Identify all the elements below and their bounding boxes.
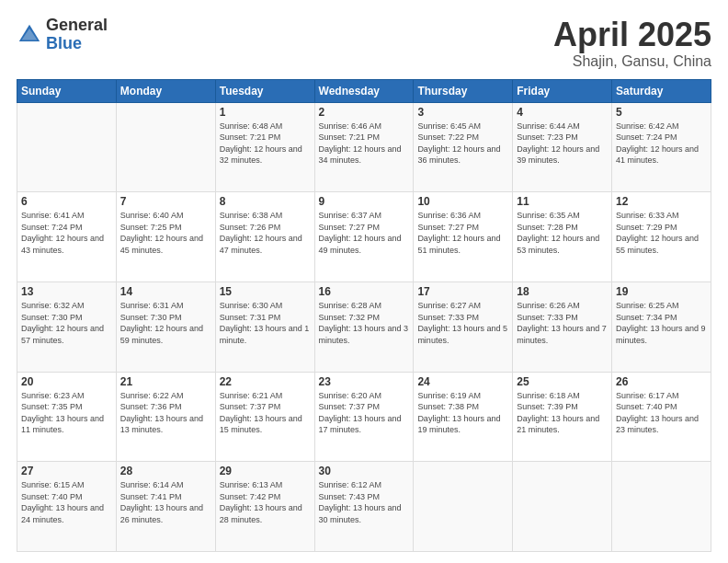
- logo-general-text: General: [46, 17, 108, 35]
- day-info: Sunrise: 6:32 AM Sunset: 7:30 PM Dayligh…: [21, 300, 112, 346]
- calendar-cell: 7Sunrise: 6:40 AM Sunset: 7:25 PM Daylig…: [116, 192, 215, 282]
- calendar-cell: 30Sunrise: 6:12 AM Sunset: 7:43 PM Dayli…: [314, 462, 414, 552]
- day-info: Sunrise: 6:37 AM Sunset: 7:27 PM Dayligh…: [319, 210, 410, 256]
- calendar-cell: 11Sunrise: 6:35 AM Sunset: 7:28 PM Dayli…: [513, 192, 612, 282]
- logo-icon: [17, 22, 42, 48]
- day-number: 9: [319, 195, 410, 208]
- calendar-cell: 8Sunrise: 6:38 AM Sunset: 7:26 PM Daylig…: [215, 192, 314, 282]
- day-info: Sunrise: 6:41 AM Sunset: 7:24 PM Dayligh…: [21, 210, 112, 256]
- day-number: 15: [220, 285, 311, 298]
- day-number: 20: [21, 375, 112, 388]
- calendar-cell: 3Sunrise: 6:45 AM Sunset: 7:22 PM Daylig…: [414, 102, 513, 192]
- calendar-cell: 20Sunrise: 6:23 AM Sunset: 7:35 PM Dayli…: [17, 372, 117, 462]
- calendar-cell: [612, 462, 711, 552]
- day-info: Sunrise: 6:38 AM Sunset: 7:26 PM Dayligh…: [220, 210, 311, 256]
- day-number: 5: [616, 106, 707, 119]
- day-number: 8: [220, 195, 311, 208]
- day-number: 23: [319, 375, 410, 388]
- day-number: 4: [517, 106, 608, 119]
- day-info: Sunrise: 6:18 AM Sunset: 7:39 PM Dayligh…: [517, 390, 608, 436]
- calendar-cell: 23Sunrise: 6:20 AM Sunset: 7:37 PM Dayli…: [314, 372, 414, 462]
- day-info: Sunrise: 6:36 AM Sunset: 7:27 PM Dayligh…: [417, 210, 508, 256]
- day-number: 25: [517, 375, 608, 388]
- calendar-row-5: 27Sunrise: 6:15 AM Sunset: 7:40 PM Dayli…: [17, 462, 711, 552]
- day-number: 11: [517, 195, 608, 208]
- day-number: 16: [319, 285, 410, 298]
- day-info: Sunrise: 6:25 AM Sunset: 7:34 PM Dayligh…: [616, 300, 707, 346]
- calendar-cell: [116, 102, 215, 192]
- day-number: 30: [319, 465, 410, 477]
- title-block: April 2025 Shajin, Gansu, China: [553, 17, 711, 70]
- calendar-cell: 16Sunrise: 6:28 AM Sunset: 7:32 PM Dayli…: [314, 282, 414, 372]
- day-number: 26: [616, 375, 707, 388]
- day-info: Sunrise: 6:12 AM Sunset: 7:43 PM Dayligh…: [319, 479, 410, 525]
- calendar-table: Sunday Monday Tuesday Wednesday Thursday…: [17, 79, 711, 552]
- day-info: Sunrise: 6:45 AM Sunset: 7:22 PM Dayligh…: [417, 121, 508, 167]
- calendar-cell: [17, 102, 117, 192]
- day-number: 18: [517, 285, 608, 298]
- calendar-row-4: 20Sunrise: 6:23 AM Sunset: 7:35 PM Dayli…: [17, 372, 711, 462]
- day-number: 24: [417, 375, 508, 388]
- day-info: Sunrise: 6:15 AM Sunset: 7:40 PM Dayligh…: [21, 479, 112, 525]
- calendar-cell: 6Sunrise: 6:41 AM Sunset: 7:24 PM Daylig…: [17, 192, 117, 282]
- calendar-cell: 18Sunrise: 6:26 AM Sunset: 7:33 PM Dayli…: [513, 282, 612, 372]
- header-friday: Friday: [513, 79, 612, 102]
- calendar-cell: 25Sunrise: 6:18 AM Sunset: 7:39 PM Dayli…: [513, 372, 612, 462]
- day-info: Sunrise: 6:31 AM Sunset: 7:30 PM Dayligh…: [120, 300, 211, 346]
- calendar-cell: 12Sunrise: 6:33 AM Sunset: 7:29 PM Dayli…: [612, 192, 711, 282]
- calendar-cell: 10Sunrise: 6:36 AM Sunset: 7:27 PM Dayli…: [414, 192, 513, 282]
- day-number: 6: [21, 195, 112, 208]
- day-number: 14: [120, 285, 211, 298]
- day-info: Sunrise: 6:23 AM Sunset: 7:35 PM Dayligh…: [21, 390, 112, 436]
- calendar-cell: 5Sunrise: 6:42 AM Sunset: 7:24 PM Daylig…: [612, 102, 711, 192]
- day-info: Sunrise: 6:14 AM Sunset: 7:41 PM Dayligh…: [120, 479, 211, 525]
- month-title: April 2025: [553, 17, 711, 53]
- day-info: Sunrise: 6:26 AM Sunset: 7:33 PM Dayligh…: [517, 300, 608, 346]
- calendar-cell: 27Sunrise: 6:15 AM Sunset: 7:40 PM Dayli…: [17, 462, 117, 552]
- day-number: 17: [417, 285, 508, 298]
- header-thursday: Thursday: [414, 79, 513, 102]
- page: General Blue April 2025 Shajin, Gansu, C…: [0, 0, 728, 563]
- calendar-cell: 17Sunrise: 6:27 AM Sunset: 7:33 PM Dayli…: [414, 282, 513, 372]
- calendar-cell: 2Sunrise: 6:46 AM Sunset: 7:21 PM Daylig…: [314, 102, 414, 192]
- day-info: Sunrise: 6:40 AM Sunset: 7:25 PM Dayligh…: [120, 210, 211, 256]
- day-info: Sunrise: 6:17 AM Sunset: 7:40 PM Dayligh…: [616, 390, 707, 436]
- day-number: 28: [120, 465, 211, 477]
- day-number: 21: [120, 375, 211, 388]
- day-number: 22: [220, 375, 311, 388]
- day-info: Sunrise: 6:46 AM Sunset: 7:21 PM Dayligh…: [319, 121, 410, 167]
- day-number: 13: [21, 285, 112, 298]
- day-info: Sunrise: 6:19 AM Sunset: 7:38 PM Dayligh…: [417, 390, 508, 436]
- day-info: Sunrise: 6:33 AM Sunset: 7:29 PM Dayligh…: [616, 210, 707, 256]
- calendar-cell: [513, 462, 612, 552]
- day-info: Sunrise: 6:21 AM Sunset: 7:37 PM Dayligh…: [220, 390, 311, 436]
- calendar-cell: 9Sunrise: 6:37 AM Sunset: 7:27 PM Daylig…: [314, 192, 414, 282]
- header-saturday: Saturday: [612, 79, 711, 102]
- header-sunday: Sunday: [17, 79, 117, 102]
- location-text: Shajin, Gansu, China: [553, 53, 711, 70]
- day-info: Sunrise: 6:28 AM Sunset: 7:32 PM Dayligh…: [319, 300, 410, 346]
- day-info: Sunrise: 6:44 AM Sunset: 7:23 PM Dayligh…: [517, 121, 608, 167]
- day-number: 27: [21, 465, 112, 477]
- day-number: 19: [616, 285, 707, 298]
- calendar-cell: 14Sunrise: 6:31 AM Sunset: 7:30 PM Dayli…: [116, 282, 215, 372]
- logo-text: General Blue: [46, 17, 108, 53]
- calendar-row-2: 6Sunrise: 6:41 AM Sunset: 7:24 PM Daylig…: [17, 192, 711, 282]
- header: General Blue April 2025 Shajin, Gansu, C…: [17, 17, 711, 70]
- header-monday: Monday: [116, 79, 215, 102]
- calendar-header-row: Sunday Monday Tuesday Wednesday Thursday…: [17, 79, 711, 102]
- header-tuesday: Tuesday: [215, 79, 314, 102]
- day-number: 12: [616, 195, 707, 208]
- day-info: Sunrise: 6:27 AM Sunset: 7:33 PM Dayligh…: [417, 300, 508, 346]
- day-info: Sunrise: 6:20 AM Sunset: 7:37 PM Dayligh…: [319, 390, 410, 436]
- calendar-cell: 1Sunrise: 6:48 AM Sunset: 7:21 PM Daylig…: [215, 102, 314, 192]
- calendar-row-1: 1Sunrise: 6:48 AM Sunset: 7:21 PM Daylig…: [17, 102, 711, 192]
- logo: General Blue: [17, 17, 108, 53]
- day-info: Sunrise: 6:48 AM Sunset: 7:21 PM Dayligh…: [220, 121, 311, 167]
- day-number: 3: [417, 106, 508, 119]
- calendar-cell: 29Sunrise: 6:13 AM Sunset: 7:42 PM Dayli…: [215, 462, 314, 552]
- calendar-cell: 28Sunrise: 6:14 AM Sunset: 7:41 PM Dayli…: [116, 462, 215, 552]
- day-number: 10: [417, 195, 508, 208]
- day-number: 29: [220, 465, 311, 477]
- calendar-cell: 21Sunrise: 6:22 AM Sunset: 7:36 PM Dayli…: [116, 372, 215, 462]
